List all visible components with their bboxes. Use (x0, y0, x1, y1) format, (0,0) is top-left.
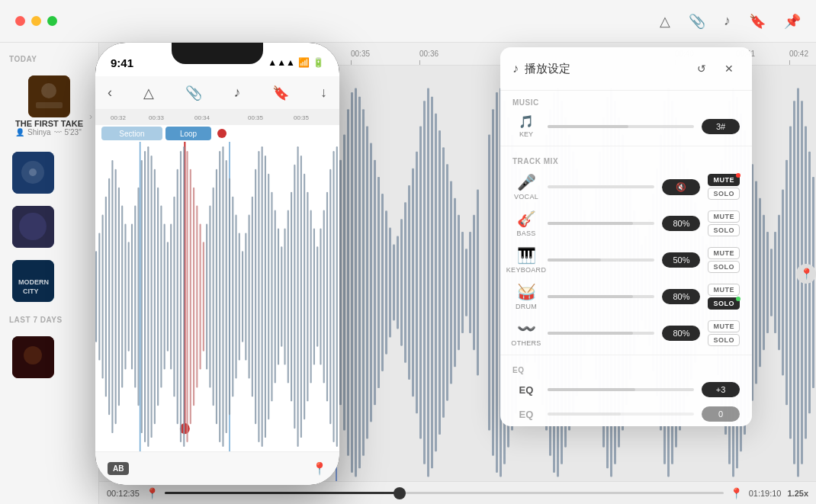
others-value-badge[interactable]: 80% (662, 326, 700, 341)
drum-slider[interactable] (548, 295, 654, 298)
bass-slider[interactable] (548, 222, 654, 225)
svg-rect-212 (124, 223, 126, 369)
eq-slider[interactable] (548, 388, 694, 391)
keyboard-slider-fill (548, 258, 601, 262)
album-thumb-5 (12, 336, 54, 378)
vocal-slider[interactable] (548, 185, 654, 188)
vocal-mute-button[interactable]: MUTE (708, 174, 740, 186)
svg-rect-252 (255, 169, 256, 424)
vocal-label: VOCAL (514, 193, 538, 201)
svg-rect-90 (393, 245, 395, 321)
sidebar-item-4[interactable]: MODERN CITY (9, 255, 89, 307)
others-slider[interactable] (548, 332, 654, 335)
bass-value-badge[interactable]: 80% (662, 216, 700, 231)
ruler-mark-036: 00:36 (419, 43, 439, 65)
svg-rect-276 (333, 151, 334, 442)
svg-rect-77 (343, 135, 345, 431)
drum-mute-button[interactable]: MUTE (708, 284, 740, 296)
keyboard-value-badge[interactable]: 50% (662, 252, 700, 268)
eq-row: EQ +3 (500, 377, 752, 402)
back-icon[interactable]: ‹ (108, 85, 112, 101)
eq-2-value-badge[interactable]: 0 (702, 406, 740, 422)
svg-rect-268 (307, 192, 308, 402)
panel-reset-button[interactable]: ↺ (691, 58, 712, 79)
titlebar: △ 📎 ♪ 🔖 📌 (0, 0, 816, 43)
phone-pin-icon[interactable]: 📍 (312, 461, 327, 476)
track-mix-label: TRACK MIX (500, 149, 752, 169)
phone-waveform (95, 142, 339, 451)
vocal-value-badge[interactable]: 🔇 (662, 179, 700, 195)
triangle-nav-icon[interactable]: △ (143, 85, 154, 101)
svg-rect-247 (239, 233, 240, 360)
maximize-button[interactable] (47, 16, 57, 26)
svg-rect-256 (268, 174, 269, 419)
others-mute-button[interactable]: MUTE (708, 320, 740, 332)
bookmark-nav-icon[interactable]: 🔖 (272, 85, 289, 101)
phone-loop-tag[interactable]: Loop (165, 127, 211, 140)
bass-solo-button[interactable]: SOLO (708, 224, 740, 236)
drum-mute-solo: MUTE SOLO (708, 284, 740, 310)
phone-section-tag[interactable]: Section (101, 127, 162, 140)
drum-value-badge[interactable]: 80% (662, 289, 700, 304)
eq-2-icon-area: EQ (512, 409, 540, 420)
svg-rect-272 (320, 228, 321, 364)
svg-rect-186 (766, 232, 769, 333)
waveform-icon: 〰 (54, 128, 62, 136)
svg-rect-78 (347, 109, 349, 455)
panel-close-button[interactable]: ✕ (718, 58, 740, 79)
sidebar-item-5[interactable] (9, 332, 89, 383)
minimize-button[interactable] (31, 16, 41, 26)
svg-rect-240 (216, 169, 217, 424)
scroll-indicator[interactable]: 📍 (796, 264, 816, 284)
key-icon-area: 🎵 KEY (512, 114, 540, 138)
svg-rect-183 (755, 181, 757, 384)
svg-rect-204 (98, 233, 100, 360)
phone-ruler-032: 00:32 (111, 114, 126, 121)
keyboard-mute-button[interactable]: MUTE (708, 247, 740, 259)
svg-rect-208 (111, 160, 113, 433)
key-slider[interactable] (548, 125, 694, 128)
playback-slider[interactable] (165, 492, 724, 494)
svg-rect-187 (770, 249, 773, 316)
sidebar-item-3[interactable] (9, 201, 89, 252)
svg-rect-194 (797, 88, 799, 477)
phone-time: 9:41 (111, 56, 133, 69)
music-nav-icon[interactable]: ♪ (234, 85, 241, 101)
svg-rect-231 (186, 151, 188, 442)
slider-thumb[interactable] (394, 487, 406, 499)
bass-mute-solo: MUTE SOLO (708, 210, 740, 236)
phone-ab-badge[interactable]: AB (108, 462, 129, 475)
sidebar-item-first-take[interactable]: THE FIRST TAKE 👤 Shinya 〰 5'23" › (9, 71, 89, 141)
key-value-badge[interactable]: 3# (702, 119, 740, 134)
drum-solo-button[interactable]: SOLO (708, 297, 740, 310)
playback-speed[interactable]: 1.25x (787, 489, 808, 498)
vocal-solo-button[interactable]: SOLO (708, 188, 740, 200)
svg-rect-234 (196, 206, 198, 388)
bookmark-icon[interactable]: 🔖 (749, 13, 766, 30)
keyboard-slider[interactable] (548, 258, 654, 262)
others-slider-track (548, 332, 654, 335)
download-nav-icon[interactable]: ↓ (320, 85, 327, 101)
triangle-icon[interactable]: △ (660, 13, 670, 30)
others-solo-button[interactable]: SOLO (708, 334, 740, 346)
svg-rect-88 (385, 210, 387, 354)
music-note-icon[interactable]: ♪ (724, 13, 731, 29)
close-button[interactable] (15, 16, 25, 26)
paperclip-nav-icon[interactable]: 📎 (185, 85, 202, 101)
phone-loop-marker (217, 129, 226, 138)
phone-ruler-036: 00:35 (294, 114, 309, 121)
pin-icon[interactable]: 📌 (784, 13, 801, 30)
drum-slider-fill (548, 295, 633, 298)
left-marker-pin[interactable]: 📍 (146, 487, 159, 499)
right-marker-pin[interactable]: 📍 (730, 487, 743, 499)
paperclip-icon[interactable]: 📎 (689, 13, 705, 30)
panel-header: ♪ 播放设定 ↺ ✕ (500, 47, 752, 91)
eq-value-badge[interactable]: +3 (702, 382, 740, 397)
keyboard-solo-button[interactable]: SOLO (708, 261, 740, 273)
bass-row: 🎸 BASS 80% MUTE SOLO (500, 205, 752, 242)
sidebar-item-2[interactable] (9, 147, 89, 198)
eq-2-slider[interactable] (548, 413, 694, 416)
bass-mute-button[interactable]: MUTE (708, 210, 740, 223)
svg-rect-265 (297, 146, 299, 447)
track-meta-1: 👤 Shinya 〰 5'23" (15, 128, 83, 136)
